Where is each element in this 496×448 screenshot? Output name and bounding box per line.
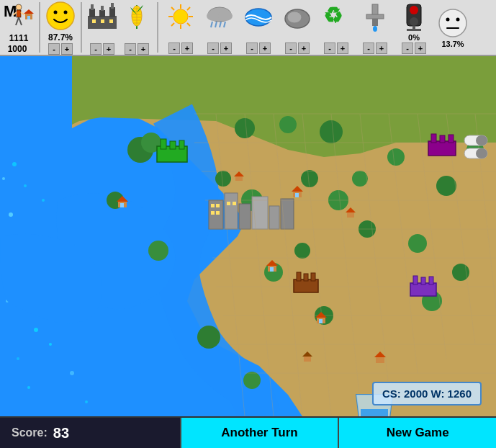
water-wave-controls[interactable]: - + (246, 42, 271, 54)
svg-line-39 (187, 7, 190, 10)
satisfaction-resource: 13.7% (435, 7, 471, 48)
cs-info-text: CS: 2000 W: 1260 (382, 387, 472, 400)
svg-text:♻: ♻ (323, 4, 343, 27)
svg-point-94 (197, 326, 220, 349)
svg-point-73 (17, 357, 19, 360)
svg-rect-113 (281, 199, 294, 229)
sun-minus[interactable]: - (168, 42, 180, 54)
stone-minus[interactable]: - (285, 42, 297, 54)
bottom-bar: Score: 83 Another Turn New Game (0, 416, 496, 448)
rain-minus[interactable]: - (207, 42, 219, 54)
svg-rect-146 (440, 135, 445, 143)
divider1 (39, 2, 40, 53)
svg-line-45 (215, 22, 217, 27)
svg-rect-165 (270, 267, 274, 272)
svg-rect-149 (476, 135, 487, 145)
app: M (0, 0, 496, 448)
svg-rect-144 (428, 141, 456, 156)
industry-minus[interactable]: - (90, 43, 102, 55)
population-stat: M (3, 1, 35, 54)
svg-point-86 (235, 118, 255, 138)
svg-rect-21 (101, 19, 104, 23)
svg-point-61 (439, 9, 466, 37)
svg-rect-17 (91, 4, 94, 10)
food-plus[interactable]: + (137, 43, 149, 55)
svg-point-75 (2, 177, 5, 180)
svg-point-96 (294, 243, 310, 259)
svg-point-32 (173, 9, 188, 24)
svg-rect-60 (407, 29, 421, 31)
svg-marker-182 (361, 409, 388, 416)
industry-plus[interactable]: + (103, 43, 114, 55)
recycle-controls[interactable]: - + (324, 42, 348, 54)
svg-rect-16 (109, 7, 115, 17)
food-minus[interactable]: - (125, 43, 136, 55)
map-area[interactable]: CS: 2000 W: 1260 (0, 56, 496, 416)
rain-controls[interactable]: - + (207, 42, 232, 54)
svg-rect-53 (366, 14, 384, 19)
svg-rect-143 (179, 140, 184, 149)
sun-controls[interactable]: - + (168, 42, 193, 54)
stone-icon (281, 1, 314, 32)
food-icon (121, 0, 153, 32)
happiness-stat: 87.7% - + (45, 0, 76, 55)
svg-line-44 (211, 22, 212, 27)
svg-rect-142 (170, 141, 176, 149)
another-turn-button[interactable]: Another Turn (181, 418, 340, 448)
stone-controls[interactable]: - + (285, 42, 310, 54)
pipe-minus[interactable]: - (363, 42, 374, 54)
svg-point-80 (85, 400, 88, 403)
water-resource: - - + (240, 1, 276, 54)
svg-point-74 (42, 199, 45, 202)
svg-point-10 (47, 2, 74, 30)
pipe-plus[interactable]: + (376, 42, 387, 54)
pollution-controls[interactable]: - + (402, 42, 426, 54)
happiness-minus[interactable]: - (48, 43, 60, 55)
svg-rect-162 (120, 203, 124, 207)
sun-resource: - - + (163, 1, 199, 54)
top-bar: M (0, 0, 496, 56)
svg-point-67 (24, 184, 27, 187)
pollution-minus[interactable]: - (402, 42, 413, 54)
svg-rect-177 (304, 357, 311, 362)
industry-controls[interactable]: - + (90, 43, 114, 55)
pipe-resource: - - + (357, 1, 393, 54)
svg-rect-152 (294, 279, 318, 292)
svg-marker-82 (72, 56, 496, 125)
rain-plus[interactable]: + (220, 42, 232, 54)
water-wave-minus[interactable]: - (246, 42, 258, 54)
svg-rect-157 (413, 276, 418, 285)
recycle-icon: ♻ (320, 1, 353, 32)
svg-line-4 (19, 17, 22, 25)
svg-point-50 (287, 12, 302, 23)
svg-rect-173 (347, 212, 354, 218)
food-controls[interactable]: - + (125, 43, 149, 55)
svg-point-78 (70, 371, 74, 375)
svg-rect-119 (233, 202, 236, 205)
recycle-minus[interactable]: - (324, 42, 335, 54)
water-wave-plus[interactable]: + (259, 42, 271, 54)
rain-resource: - - + (202, 1, 238, 54)
svg-point-79 (27, 386, 30, 389)
svg-point-1 (16, 4, 22, 10)
recycle-plus[interactable]: + (337, 42, 348, 54)
pipe-icon (359, 1, 392, 32)
svg-point-89 (387, 148, 405, 166)
sun-plus[interactable]: + (181, 42, 193, 54)
happiness-plus[interactable]: + (61, 43, 73, 55)
svg-point-103 (243, 372, 261, 389)
pollution-plus[interactable]: + (415, 42, 426, 54)
svg-rect-159 (429, 277, 433, 285)
svg-rect-179 (235, 176, 243, 181)
happiness-icon (45, 0, 76, 32)
sun-icon (164, 1, 197, 32)
svg-rect-19 (111, 3, 114, 9)
pipe-controls[interactable]: - + (363, 42, 387, 54)
new-game-button[interactable]: New Game (339, 418, 496, 448)
stone-plus[interactable]: + (298, 42, 310, 54)
svg-rect-147 (448, 135, 454, 143)
svg-point-12 (64, 11, 68, 14)
svg-rect-141 (161, 139, 166, 149)
happiness-controls[interactable]: - + (48, 43, 73, 55)
svg-rect-9 (27, 16, 30, 19)
